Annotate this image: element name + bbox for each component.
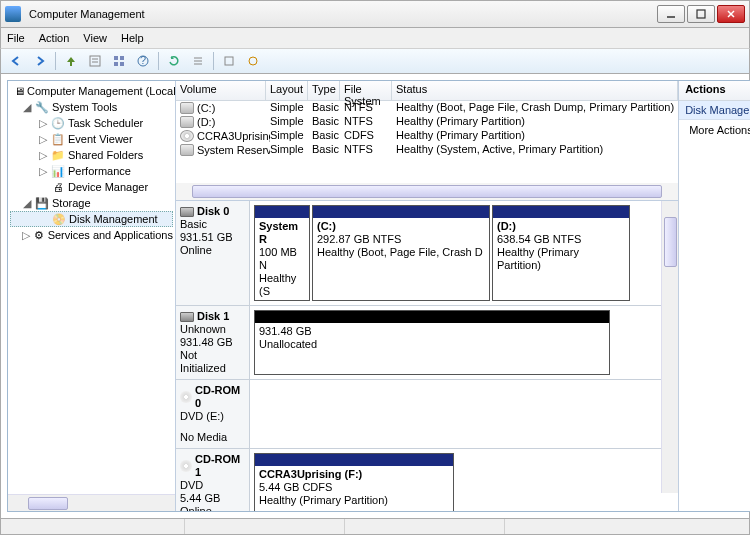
- tree-disk-management[interactable]: 📀Disk Management: [10, 211, 173, 227]
- tree-event-viewer[interactable]: ▷📋Event Viewer: [10, 131, 173, 147]
- partition-status: Healthy (Boot, Page File, Crash D: [317, 246, 485, 259]
- tree-device-manager[interactable]: 🖨Device Manager: [10, 179, 173, 195]
- col-status[interactable]: Status: [392, 81, 678, 100]
- window-buttons: [657, 5, 745, 23]
- disk-kind: DVD: [180, 479, 245, 492]
- expand-icon[interactable]: ◢: [22, 197, 32, 210]
- scrollbar-thumb[interactable]: [28, 497, 68, 510]
- more-actions[interactable]: More Actions: [679, 120, 750, 140]
- partition[interactable]: System R100 MB NHealthy (S: [254, 205, 310, 301]
- svg-rect-16: [225, 57, 233, 65]
- maximize-button[interactable]: [687, 5, 715, 23]
- disk-row: CD-ROM 1DVD5.44 GBOnlineCCRA3Uprising (F…: [176, 449, 661, 511]
- volume-layout: Simple: [270, 129, 312, 143]
- partition-status: Unallocated: [259, 338, 605, 351]
- volume-row[interactable]: CCRA3Uprising (F:)SimpleBasicCDFSHealthy…: [176, 129, 678, 143]
- partition-name: System R: [259, 220, 305, 246]
- partition[interactable]: CCRA3Uprising (F:)5.44 GB CDFSHealthy (P…: [254, 453, 454, 511]
- actions-section[interactable]: Disk Management: [679, 101, 750, 120]
- list-button[interactable]: [187, 51, 209, 71]
- partition-name: (C:): [317, 220, 485, 233]
- window-title: Computer Management: [25, 8, 657, 20]
- close-button[interactable]: [717, 5, 745, 23]
- cd-icon: [180, 391, 192, 403]
- disk-name: Disk 1: [197, 310, 229, 323]
- partition[interactable]: (C:)292.87 GB NTFSHealthy (Boot, Page Fi…: [312, 205, 490, 301]
- disk-label[interactable]: Disk 1Unknown931.48 GBNot Initialized: [176, 306, 250, 379]
- partition-name: CCRA3Uprising (F:): [259, 468, 449, 481]
- expand-icon[interactable]: ◢: [22, 101, 32, 114]
- disk-label[interactable]: CD-ROM 0DVD (E:)No Media: [176, 380, 250, 448]
- extra-button[interactable]: [242, 51, 264, 71]
- settings-button[interactable]: [218, 51, 240, 71]
- menu-action[interactable]: Action: [39, 32, 70, 44]
- expand-icon[interactable]: ▷: [22, 229, 30, 242]
- volume-fs: CDFS: [344, 129, 396, 143]
- disk-partitions: 931.48 GBUnallocated: [250, 306, 661, 379]
- volume-hscrollbar[interactable]: [176, 183, 678, 200]
- refresh-button[interactable]: [163, 51, 185, 71]
- col-layout[interactable]: Layout: [266, 81, 308, 100]
- nav-tree[interactable]: 🖥Computer Management (Local ◢🔧System Too…: [8, 81, 175, 494]
- volume-name: (C:): [197, 102, 215, 114]
- volume-layout: Simple: [270, 115, 312, 129]
- volume-status: Healthy (Boot, Page File, Crash Dump, Pr…: [396, 101, 674, 115]
- tree-services[interactable]: ▷⚙Services and Applications: [10, 227, 173, 243]
- view-button[interactable]: [108, 51, 130, 71]
- tree-system-tools[interactable]: ◢🔧System Tools: [10, 99, 173, 115]
- tree-performance[interactable]: ▷📊Performance: [10, 163, 173, 179]
- more-actions-label: More Actions: [689, 124, 750, 136]
- volume-row[interactable]: (C:)SimpleBasicNTFSHealthy (Boot, Page F…: [176, 101, 678, 115]
- up-button[interactable]: [60, 51, 82, 71]
- drive-icon: [180, 116, 194, 128]
- clock-icon: 🕒: [50, 116, 66, 130]
- disk-vscrollbar[interactable]: [661, 201, 678, 493]
- minimize-button[interactable]: [657, 5, 685, 23]
- menu-file[interactable]: File: [7, 32, 25, 44]
- forward-button[interactable]: [29, 51, 51, 71]
- disk-size: 931.51 GB: [180, 231, 245, 244]
- scrollbar-thumb[interactable]: [192, 185, 662, 198]
- tree-root[interactable]: 🖥Computer Management (Local: [10, 83, 173, 99]
- help-button[interactable]: ?: [132, 51, 154, 71]
- tree-shared-folders[interactable]: ▷📁Shared Folders: [10, 147, 173, 163]
- volume-layout: Simple: [270, 143, 312, 157]
- tree-root-label: Computer Management (Local: [27, 85, 175, 97]
- expand-icon[interactable]: ▷: [38, 133, 48, 146]
- tree-hscrollbar[interactable]: [8, 494, 175, 511]
- partition-bar: [493, 206, 629, 218]
- partition[interactable]: (D:)638.54 GB NTFSHealthy (Primary Parti…: [492, 205, 630, 301]
- disk-kind: Unknown: [180, 323, 245, 336]
- svg-point-17: [249, 57, 257, 65]
- actions-section-label: Disk Management: [685, 104, 750, 116]
- volume-row[interactable]: System ReservedSimpleBasicNTFSHealthy (S…: [176, 143, 678, 157]
- expand-icon[interactable]: ▷: [38, 165, 48, 178]
- disk-partitions: System R100 MB NHealthy (S(C:)292.87 GB …: [250, 201, 661, 305]
- volume-type: Basic: [312, 101, 344, 115]
- volume-row[interactable]: (D:)SimpleBasicNTFSHealthy (Primary Part…: [176, 115, 678, 129]
- disk-label[interactable]: CD-ROM 1DVD5.44 GBOnline: [176, 449, 250, 511]
- tree-storage[interactable]: ◢💾Storage: [10, 195, 173, 211]
- menu-help[interactable]: Help: [121, 32, 144, 44]
- disk-kind: Basic: [180, 218, 245, 231]
- expand-icon[interactable]: ▷: [38, 117, 48, 130]
- expand-icon[interactable]: ▷: [38, 149, 48, 162]
- disk-label[interactable]: Disk 0Basic931.51 GBOnline: [176, 201, 250, 305]
- tree-task-scheduler[interactable]: ▷🕒Task Scheduler: [10, 115, 173, 131]
- menu-view[interactable]: View: [83, 32, 107, 44]
- disk-state: No Media: [180, 431, 245, 444]
- properties-button[interactable]: [84, 51, 106, 71]
- menu-bar: File Action View Help: [0, 28, 750, 48]
- scrollbar-thumb[interactable]: [664, 217, 677, 267]
- col-type[interactable]: Type: [308, 81, 340, 100]
- back-button[interactable]: [5, 51, 27, 71]
- col-filesystem[interactable]: File System: [340, 81, 392, 100]
- col-volume[interactable]: Volume: [176, 81, 266, 100]
- svg-rect-1: [697, 10, 705, 18]
- disk-icon: 📀: [51, 212, 67, 226]
- svg-rect-10: [120, 62, 124, 66]
- disk-icon: [180, 207, 194, 217]
- partition[interactable]: 931.48 GBUnallocated: [254, 310, 610, 375]
- tree-label: Services and Applications: [48, 229, 173, 241]
- folder-icon: 📁: [50, 148, 66, 162]
